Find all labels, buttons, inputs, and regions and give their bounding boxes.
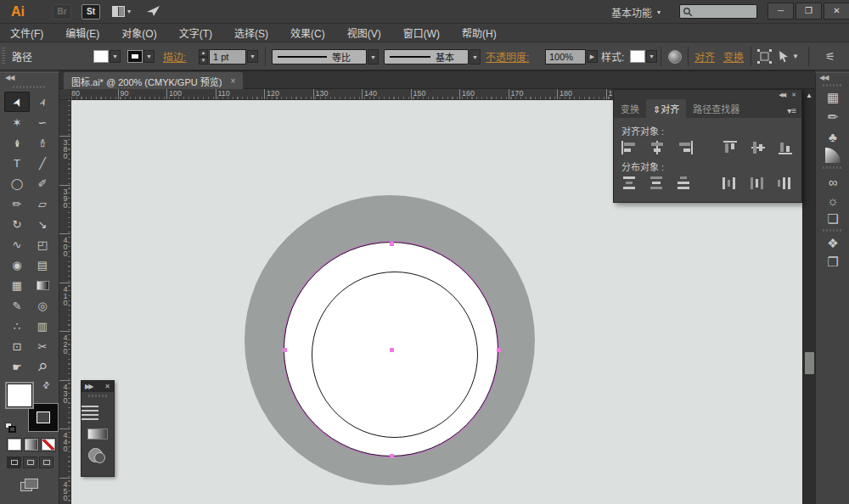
anchor-point-bottom[interactable] bbox=[390, 454, 394, 458]
scrollbar-thumb[interactable] bbox=[805, 352, 814, 374]
gradient-icon[interactable] bbox=[816, 146, 849, 165]
vertical-ruler[interactable]: 380390400410420430440450 bbox=[59, 100, 71, 504]
opacity-arrow-button[interactable]: ▶ bbox=[587, 50, 598, 63]
search-input[interactable] bbox=[679, 4, 757, 19]
restore-button[interactable]: ❐ bbox=[796, 3, 822, 20]
screen-mode-button[interactable] bbox=[20, 479, 39, 492]
select-similar-icon[interactable] bbox=[778, 50, 790, 63]
collapse-panel-icon[interactable]: ◀◀ bbox=[779, 92, 784, 98]
fill-swatch[interactable] bbox=[93, 50, 109, 63]
pen-tool[interactable]: ✒ bbox=[4, 132, 30, 153]
scale-tool[interactable]: ↘ bbox=[30, 214, 55, 234]
menu-item-2[interactable]: 对象(O) bbox=[121, 25, 156, 40]
recolor-artwork-icon[interactable] bbox=[668, 50, 682, 64]
distribute-hcenter-button[interactable] bbox=[751, 176, 767, 190]
blend-tool[interactable]: ◎ bbox=[30, 295, 55, 316]
document-tab[interactable]: 图标.ai* @ 200% (CMYK/GPU 预览) × bbox=[64, 72, 243, 90]
align-top-button[interactable] bbox=[722, 141, 739, 154]
menu-item-3[interactable]: 文字(T) bbox=[179, 25, 212, 40]
close-panel-icon[interactable]: ✕ bbox=[791, 92, 796, 98]
tab-transform[interactable]: 变换 bbox=[614, 99, 646, 118]
shape-builder-tool[interactable]: ◉ bbox=[4, 255, 30, 275]
artboards-icon[interactable]: ❏ bbox=[816, 210, 849, 228]
tab-align[interactable]: ⇕对齐 bbox=[646, 99, 686, 118]
fill-dropdown-button[interactable]: ▼ bbox=[110, 50, 121, 63]
draw-behind-button[interactable] bbox=[23, 456, 37, 468]
distribute-vcenter-button[interactable] bbox=[649, 176, 665, 190]
stroke-swatch[interactable] bbox=[127, 50, 143, 63]
expand-panel-icon[interactable]: ▶▶ bbox=[85, 383, 92, 390]
width-profile-dropdown[interactable]: ▼ bbox=[368, 49, 379, 64]
magic-wand-tool[interactable]: ✶ bbox=[4, 112, 30, 132]
zoom-tool[interactable]: ⚲ bbox=[30, 356, 55, 377]
style-dropdown-button[interactable]: ▼ bbox=[646, 50, 657, 63]
mesh-tool[interactable]: ▦ bbox=[4, 275, 30, 295]
distribute-right-button[interactable] bbox=[778, 176, 794, 190]
gradient-panel-icon[interactable] bbox=[87, 428, 108, 440]
bridge-icon[interactable]: Br bbox=[53, 4, 71, 20]
cc-libraries-icon[interactable]: ∞ bbox=[816, 172, 849, 191]
align-hcenter-button[interactable] bbox=[649, 141, 665, 154]
slice-tool[interactable]: ✂ bbox=[30, 336, 55, 356]
anchor-point-top[interactable] bbox=[390, 242, 394, 246]
free-transform-tool[interactable]: ◰ bbox=[30, 234, 55, 255]
distribute-bottom-button[interactable] bbox=[676, 176, 692, 190]
distribute-left-button[interactable] bbox=[722, 176, 739, 190]
eyedropper-tool[interactable]: ✎ bbox=[4, 295, 30, 316]
align-bottom-button[interactable] bbox=[778, 141, 794, 154]
menu-item-1[interactable]: 编辑(E) bbox=[65, 25, 99, 40]
scroll-up-icon[interactable]: ▲ bbox=[806, 92, 812, 99]
curvature-tool[interactable]: ✑ bbox=[30, 132, 55, 153]
default-fill-stroke-icon[interactable] bbox=[5, 423, 17, 433]
fill-color-indicator[interactable] bbox=[7, 384, 32, 407]
anchor-point-right[interactable] bbox=[497, 348, 501, 352]
stroke-color-indicator[interactable] bbox=[29, 404, 58, 431]
panel-menu-icon[interactable]: ▾≡ bbox=[787, 106, 801, 118]
menu-item-0[interactable]: 文件(F) bbox=[10, 25, 43, 40]
rotate-tool[interactable]: ↻ bbox=[4, 214, 30, 234]
symbol-sprayer-tool[interactable]: ∴ bbox=[4, 316, 30, 336]
tab-pathfinder[interactable]: 路径查找器 bbox=[686, 99, 746, 118]
ellipse-tool[interactable]: ◯ bbox=[4, 173, 30, 193]
inner-stroked-circle[interactable] bbox=[312, 272, 478, 438]
gradient-tool[interactable] bbox=[30, 275, 55, 295]
type-tool[interactable]: T bbox=[4, 153, 30, 173]
none-button[interactable] bbox=[41, 438, 56, 451]
close-button[interactable]: ✕ bbox=[824, 3, 849, 20]
isolate-object-icon[interactable] bbox=[757, 49, 772, 64]
style-swatch[interactable] bbox=[630, 50, 645, 63]
artboard-tool[interactable]: ⊡ bbox=[4, 336, 30, 356]
symbols-icon[interactable]: ♣ bbox=[816, 127, 849, 146]
stroke-weight-dropdown[interactable]: ▼ bbox=[247, 50, 258, 63]
collapse-dock-icon[interactable]: ◀◀ bbox=[819, 74, 828, 81]
swatches-icon[interactable]: ▦ bbox=[816, 88, 849, 107]
center-point[interactable] bbox=[390, 348, 394, 352]
line-segment-tool[interactable]: ╱ bbox=[30, 153, 55, 173]
menu-item-7[interactable]: 窗口(W) bbox=[403, 25, 440, 40]
transform-panel-link[interactable]: 变换 bbox=[723, 49, 744, 64]
hand-tool[interactable]: ☛ bbox=[4, 356, 30, 377]
align-left-button[interactable] bbox=[621, 141, 638, 154]
stroke-weight-field[interactable]: 1 pt bbox=[209, 49, 246, 64]
menu-item-6[interactable]: 视图(V) bbox=[347, 25, 381, 40]
align-vcenter-button[interactable] bbox=[751, 141, 767, 154]
ruler-origin-corner[interactable] bbox=[59, 89, 71, 100]
column-graph-tool[interactable]: ▥ bbox=[30, 316, 55, 336]
collapse-tools-icon[interactable]: ◀◀ bbox=[5, 74, 14, 81]
direct-selection-tool[interactable]: ➢ bbox=[30, 92, 55, 112]
color-button[interactable] bbox=[7, 438, 22, 451]
brush-definition-field[interactable]: 基本 bbox=[384, 49, 469, 64]
stroke-panel-icon[interactable] bbox=[82, 406, 114, 420]
stroke-panel-link[interactable]: 描边: bbox=[163, 49, 186, 64]
eraser-tool[interactable]: ▱ bbox=[30, 193, 55, 214]
layers-icon[interactable]: ❖ bbox=[816, 234, 849, 253]
anchor-point-left[interactable] bbox=[283, 348, 287, 352]
share-icon[interactable] bbox=[146, 4, 161, 20]
stroke-dropdown-button[interactable]: ▼ bbox=[143, 50, 155, 63]
align-panel-link[interactable]: 对齐 bbox=[694, 49, 715, 64]
opacity-field[interactable]: 100% bbox=[545, 49, 586, 64]
paintbrush-tool[interactable]: ✐ bbox=[30, 173, 55, 193]
brushes-icon[interactable]: ✏ bbox=[816, 108, 849, 126]
transparency-panel-icon[interactable] bbox=[88, 448, 107, 465]
lasso-tool[interactable]: ∽ bbox=[30, 112, 55, 132]
